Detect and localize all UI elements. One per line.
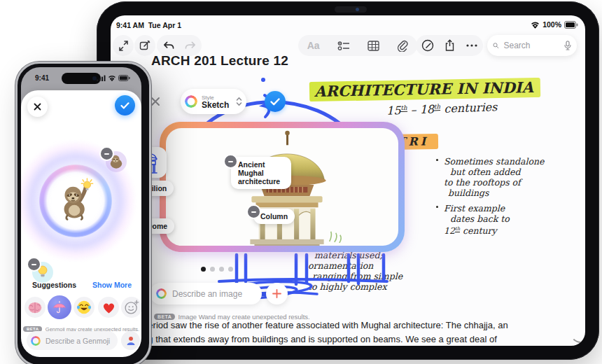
search-icon (493, 41, 499, 50)
close-icon (33, 102, 42, 111)
red-heart-emoji (102, 301, 116, 314)
brain-emoji (27, 301, 43, 314)
apple-intelligence-icon (156, 288, 167, 299)
suggestion-brain[interactable] (24, 297, 46, 318)
genmoji-sheet: Suggestions Show More (21, 90, 141, 357)
microphone-icon[interactable] (564, 41, 571, 50)
wifi-icon (531, 21, 540, 29)
person-genmoji-button[interactable] (121, 331, 140, 350)
image-wand-beta-note: BETA Image Wand may create unexpected re… (154, 309, 310, 322)
suggestion-heart[interactable] (98, 297, 119, 318)
remove-lightbulb-button[interactable] (27, 257, 41, 272)
remove-sloth-button[interactable] (99, 146, 114, 161)
bullet-sometimes-standalone: Sometimes standalonebut often addedto th… (444, 156, 544, 198)
compose-icon (139, 40, 150, 51)
iphone-status-icons (97, 75, 130, 81)
person-icon (126, 335, 136, 346)
tools-group (416, 35, 483, 56)
remove-tag-ancient-button[interactable] (223, 154, 238, 169)
format-text-button[interactable]: Aa (307, 40, 320, 51)
image-wand-close-button[interactable] (150, 96, 161, 107)
ipad-status-time: 9:41 AM Tue Apr 1 (116, 21, 181, 29)
add-image-button[interactable] (266, 283, 288, 304)
stage: 9:41 AM Tue Apr 1 100% Aa (0, 0, 602, 364)
suggestion-laughing-crying[interactable] (74, 297, 94, 318)
share-icon[interactable] (444, 39, 455, 52)
image-wand-accept-button[interactable] (265, 91, 286, 112)
battery-icon (118, 75, 130, 81)
page-dots[interactable] (199, 262, 235, 274)
checkmark-icon (270, 98, 280, 106)
tag-ancient-mughal[interactable]: Ancient Mughal architecture (231, 157, 291, 189)
genmoji-close-button[interactable] (27, 97, 48, 117)
ellipsis-icon[interactable] (466, 44, 477, 47)
battery-icon (564, 21, 578, 29)
remove-tag-column-button[interactable] (246, 204, 261, 219)
describe-image-input[interactable] (171, 288, 255, 300)
genmoji-accept-button[interactable] (115, 95, 135, 115)
describe-genmoji-field[interactable] (27, 331, 118, 350)
ipad-camera-dot (356, 8, 359, 11)
describe-image-field[interactable] (150, 283, 262, 304)
laughing-crying-emoji (76, 300, 92, 315)
plus-icon (272, 289, 281, 298)
format-group: Aa (298, 35, 417, 56)
suggestion-add-emoji[interactable] (121, 297, 141, 318)
cellular-icon (97, 75, 106, 81)
ipad-camera (335, 6, 367, 13)
ipad-status-right: 100% (531, 20, 578, 29)
describe-genmoji-input[interactable] (44, 336, 113, 346)
note-title: ARCH 201 Lecture 12 (151, 53, 288, 69)
iphone-status-time: 9:41 (35, 74, 49, 82)
close-icon (150, 96, 161, 107)
handwriting-collapse-button[interactable] (113, 35, 134, 56)
suggestions-label: Suggestions (32, 281, 76, 289)
collapse-arrows-icon (118, 41, 129, 51)
color-wheel-icon (185, 95, 197, 108)
search-field[interactable] (487, 35, 577, 56)
wifi-icon (108, 75, 116, 81)
dynamic-island (62, 73, 101, 84)
table-icon[interactable] (368, 41, 379, 51)
style-value: Sketch (202, 102, 229, 109)
add-emoji-icon (124, 300, 139, 315)
paperclip-icon[interactable] (397, 40, 408, 52)
checkmark-icon (120, 102, 130, 109)
suggestion-umbrella-genmoji[interactable] (48, 295, 71, 319)
redo-icon[interactable] (185, 41, 197, 51)
checklist-icon[interactable] (337, 41, 350, 51)
ipad-screen: 9:41 AM Tue Apr 1 100% Aa (111, 15, 585, 346)
note-body-text: s period saw the rise of another feature… (136, 318, 577, 346)
iphone-screen: 9:41 (21, 67, 141, 357)
undo-icon[interactable] (162, 41, 174, 51)
ipad-device: 9:41 AM Tue Apr 1 100% Aa (97, 1, 599, 360)
markup-pen-icon[interactable] (421, 39, 434, 52)
battery-percent: 100% (542, 20, 561, 29)
bullet-first-example: First exampledates back to12th century (444, 203, 510, 236)
apple-intelligence-icon (31, 336, 41, 346)
umbrella-genmoji (52, 300, 67, 315)
iphone-device: 9:41 (15, 62, 151, 364)
genmoji-preview-sloth (53, 177, 98, 223)
chevron-up-down-icon (236, 97, 242, 106)
show-more-link[interactable]: Show More (92, 281, 132, 289)
beta-badge: BETA (154, 314, 175, 320)
search-input[interactable] (503, 40, 561, 51)
style-picker[interactable]: Style Sketch (181, 89, 246, 114)
